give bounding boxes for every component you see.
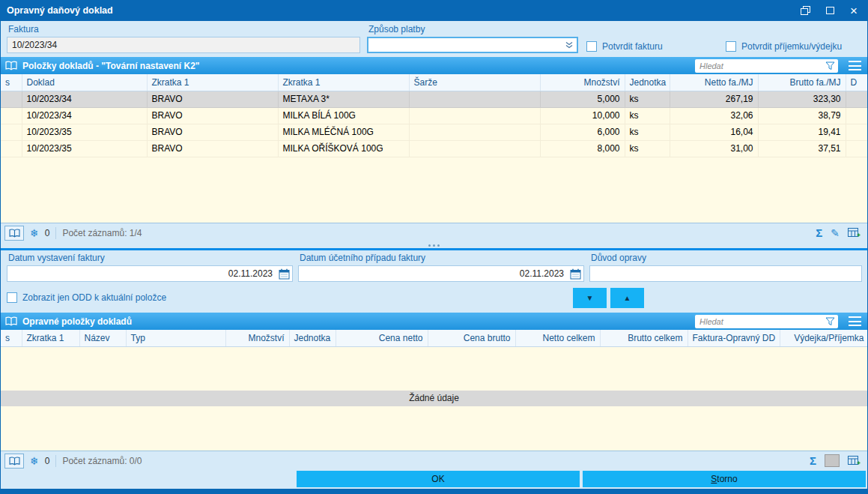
table-cell[interactable]: 8,000: [540, 140, 625, 157]
table-cell[interactable]: [1, 107, 22, 124]
zpusob-platby-combo[interactable]: [367, 37, 578, 53]
items-search-input[interactable]: [698, 61, 822, 71]
table-row[interactable]: 10/2023/35BRAVOMILKA OŘÍŠKOVÁ 100G8,000k…: [1, 140, 867, 157]
table-row[interactable]: 10/2023/34BRAVOMILKA BÍLÁ 100G10,000ks32…: [1, 107, 867, 124]
table-cell[interactable]: [1, 91, 22, 107]
datum-vystaveni-input[interactable]: [7, 265, 293, 282]
splitter-handle[interactable]: [1, 242, 867, 248]
column-header[interactable]: Název: [79, 330, 126, 346]
table-cell[interactable]: 10/2023/34: [22, 107, 147, 124]
potvrdit-prijemku-checkbox[interactable]: Potvrdit příjemku/výdejku: [726, 41, 842, 52]
checkbox-box[interactable]: [586, 41, 597, 52]
column-header[interactable]: Brutto fa./MJ: [758, 74, 846, 91]
column-header[interactable]: Jednotka: [289, 330, 336, 346]
snowflake-icon[interactable]: ❄: [30, 455, 39, 467]
table-cell[interactable]: [1, 140, 22, 157]
column-header[interactable]: Zkratka 1: [22, 330, 79, 346]
table-cell[interactable]: [1, 124, 22, 140]
table-cell[interactable]: [409, 107, 540, 124]
table-cell[interactable]: MILKA OŘÍŠKOVÁ 100G: [278, 140, 409, 157]
sum-icon[interactable]: Σ: [810, 454, 816, 467]
column-header[interactable]: Netto fa./MJ: [670, 74, 758, 91]
table-cell[interactable]: ks: [625, 124, 670, 140]
column-header[interactable]: Množství: [540, 74, 625, 91]
table-cell[interactable]: MILKA MLÉČNÁ 100G: [278, 124, 409, 140]
table-cell[interactable]: ks: [625, 91, 670, 107]
table-cell[interactable]: [846, 91, 867, 107]
book-view-button[interactable]: [4, 454, 24, 469]
table-cell[interactable]: [846, 140, 867, 157]
table-cell[interactable]: 32,06: [670, 107, 758, 124]
dropdown-icon[interactable]: [562, 38, 576, 52]
restore-window-icon[interactable]: [798, 3, 813, 18]
checkbox-box[interactable]: [7, 292, 17, 303]
column-header[interactable]: Typ: [126, 330, 225, 346]
table-row[interactable]: 10/2023/34BRAVOMETAXA 3*5,000ks267,19323…: [1, 91, 867, 107]
table-cell[interactable]: 37,51: [758, 140, 846, 157]
snowflake-icon[interactable]: ❄: [30, 227, 39, 239]
move-down-button[interactable]: ▼: [573, 288, 607, 308]
table-cell[interactable]: MILKA BÍLÁ 100G: [278, 107, 409, 124]
faktura-input[interactable]: [7, 37, 360, 53]
column-header[interactable]: Brutto celkem: [600, 330, 688, 346]
table-cell[interactable]: ks: [625, 140, 670, 157]
table-cell[interactable]: BRAVO: [147, 124, 278, 140]
table-cell[interactable]: [846, 107, 867, 124]
move-up-button[interactable]: ▲: [610, 288, 644, 308]
column-header[interactable]: D: [846, 74, 867, 91]
column-header[interactable]: Šarže: [409, 74, 540, 91]
table-cell[interactable]: 10/2023/34: [22, 91, 147, 107]
table-cell[interactable]: 38,79: [758, 107, 846, 124]
column-header[interactable]: Zkratka 1: [278, 74, 409, 91]
table-cell[interactable]: 5,000: [540, 91, 625, 107]
corrections-search-input[interactable]: [698, 316, 822, 327]
zobrazit-odd-checkbox[interactable]: Zobrazit jen ODD k aktuální položce: [7, 292, 166, 303]
table-cell[interactable]: 31,00: [670, 140, 758, 157]
storno-button[interactable]: Storno: [583, 471, 866, 487]
table-cell[interactable]: [409, 91, 540, 107]
table-cell[interactable]: [409, 124, 540, 140]
table-cell[interactable]: BRAVO: [147, 91, 278, 107]
table-cell[interactable]: 6,000: [540, 124, 625, 140]
table-cell[interactable]: ks: [625, 107, 670, 124]
grid-settings-icon[interactable]: [848, 228, 861, 238]
potvrdit-fakturu-checkbox[interactable]: Potvrdit fakturu: [586, 41, 726, 52]
filter-icon[interactable]: [825, 317, 835, 326]
column-header[interactable]: Cena brutto: [428, 330, 515, 346]
table-cell[interactable]: 10/2023/35: [22, 140, 147, 157]
table-cell[interactable]: 16,04: [670, 124, 758, 140]
book-view-button[interactable]: [4, 226, 24, 241]
column-header[interactable]: Množství: [225, 330, 289, 346]
calendar-icon[interactable]: [569, 268, 581, 280]
table-cell[interactable]: [409, 140, 540, 157]
datum-ucetni-input[interactable]: [298, 265, 584, 282]
filter-icon[interactable]: [825, 61, 835, 70]
column-header[interactable]: Jednotka: [625, 74, 670, 91]
column-header[interactable]: s: [1, 330, 22, 346]
column-header[interactable]: Cena netto: [336, 330, 428, 346]
column-header[interactable]: Zkratka 1: [147, 74, 278, 91]
menu-icon[interactable]: [849, 61, 861, 70]
table-cell[interactable]: 10/2023/35: [22, 124, 147, 140]
grid-settings-icon[interactable]: [848, 456, 861, 466]
table-cell[interactable]: METAXA 3*: [278, 91, 409, 107]
table-cell[interactable]: BRAVO: [147, 107, 278, 124]
table-cell[interactable]: 19,41: [758, 124, 846, 140]
table-cell[interactable]: 10,000: [540, 107, 625, 124]
table-cell[interactable]: [846, 124, 867, 140]
calendar-icon[interactable]: [278, 268, 290, 280]
sum-icon[interactable]: Σ: [816, 226, 822, 239]
checkbox-box[interactable]: [726, 41, 736, 52]
table-cell[interactable]: 267,19: [670, 91, 758, 107]
edit-icon[interactable]: ✎: [831, 227, 840, 239]
ok-button[interactable]: OK: [297, 471, 580, 487]
column-header[interactable]: s: [1, 74, 22, 91]
column-header[interactable]: Netto celkem: [515, 330, 600, 346]
table-cell[interactable]: 323,30: [758, 91, 846, 107]
column-header[interactable]: Doklad: [22, 74, 147, 91]
table-cell[interactable]: BRAVO: [147, 140, 278, 157]
column-header[interactable]: Faktura-Opravný DD: [688, 330, 780, 346]
table-row[interactable]: 10/2023/35BRAVOMILKA MLÉČNÁ 100G6,000ks1…: [1, 124, 867, 140]
duvod-opravy-input[interactable]: [589, 265, 862, 282]
zpusob-platby-input[interactable]: [368, 38, 577, 52]
